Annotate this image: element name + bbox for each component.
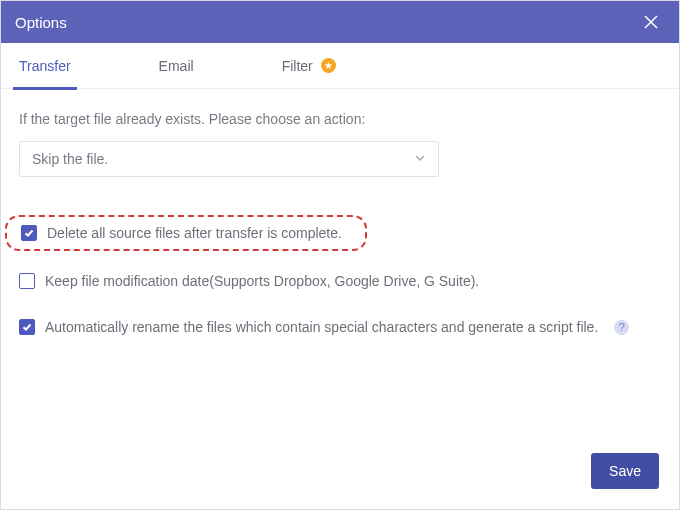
option-keep-mtime: Keep file modification date(Supports Dro… — [19, 273, 661, 289]
option-label: Delete all source files after transfer i… — [47, 225, 342, 241]
options-modal: Options Transfer Email Filter ★ If the t… — [0, 0, 680, 510]
tab-content: If the target file already exists. Pleas… — [1, 89, 679, 453]
exists-prompt: If the target file already exists. Pleas… — [19, 111, 661, 127]
highlight-delete-source: Delete all source files after transfer i… — [5, 215, 367, 251]
tab-filter[interactable]: Filter ★ — [276, 43, 342, 89]
star-icon: ★ — [321, 58, 336, 73]
checkbox-auto-rename[interactable] — [19, 319, 35, 335]
footer: Save — [1, 453, 679, 509]
tab-bar: Transfer Email Filter ★ — [1, 43, 679, 89]
tab-label: Filter — [282, 58, 313, 74]
close-icon — [644, 15, 658, 29]
option-auto-rename: Automatically rename the files which con… — [19, 319, 661, 335]
chevron-down-icon — [414, 151, 426, 167]
tab-label: Email — [159, 58, 194, 74]
tab-email[interactable]: Email — [153, 43, 200, 89]
tab-transfer[interactable]: Transfer — [13, 43, 77, 89]
exists-action-select[interactable]: Skip the file. — [19, 141, 439, 177]
checkbox-keep-mtime[interactable] — [19, 273, 35, 289]
modal-title: Options — [15, 14, 67, 31]
option-label: Automatically rename the files which con… — [45, 319, 598, 335]
tab-label: Transfer — [19, 58, 71, 74]
option-label: Keep file modification date(Supports Dro… — [45, 273, 479, 289]
titlebar: Options — [1, 1, 679, 43]
help-icon[interactable]: ? — [614, 320, 629, 335]
close-button[interactable] — [637, 8, 665, 36]
save-button[interactable]: Save — [591, 453, 659, 489]
select-value: Skip the file. — [32, 151, 108, 167]
checkbox-delete-source[interactable] — [21, 225, 37, 241]
option-delete-source: Delete all source files after transfer i… — [7, 225, 342, 241]
